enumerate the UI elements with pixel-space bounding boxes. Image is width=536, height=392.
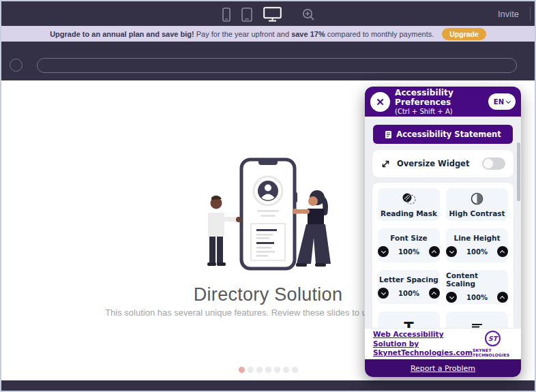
banner-text: Upgrade to an annual plan and save big! …	[50, 30, 434, 38]
font-size-decrease-button[interactable]	[378, 246, 389, 257]
content-scaling-value: 100%	[466, 294, 488, 301]
panel-scrollbar[interactable]	[517, 142, 520, 201]
pagination-dot[interactable]	[265, 367, 271, 373]
document-icon	[385, 130, 392, 139]
line-height-value: 100%	[466, 248, 488, 256]
pagination-dot[interactable]	[274, 367, 280, 373]
pagination-dot[interactable]	[256, 367, 263, 373]
content-scaling-increase-button[interactable]	[497, 292, 508, 303]
font-size-card: Font Size 100%	[378, 228, 440, 262]
chrome-circle	[10, 59, 23, 72]
line-height-increase-button[interactable]	[497, 246, 508, 257]
device-preview-switcher	[221, 4, 316, 25]
pagination-dot[interactable]	[239, 367, 245, 373]
accessibility-statement-button[interactable]: Accessibility Statement	[373, 125, 513, 144]
letter-spacing-card: Letter Spacing 100%	[378, 270, 440, 304]
directory-illustration	[195, 155, 340, 274]
content-scaling-decrease-button[interactable]	[446, 292, 457, 303]
app-window: Invite Upgrade to an annual plan and sav…	[0, 0, 536, 392]
pagination-dot[interactable]	[283, 367, 289, 373]
desktop-preview-icon[interactable]	[262, 5, 283, 23]
pagination-dot[interactable]	[248, 367, 254, 373]
language-value: EN	[494, 98, 504, 106]
upgrade-banner: Upgrade to an annual plan and save big! …	[1, 26, 535, 42]
high-contrast-card[interactable]: High Contrast	[446, 188, 508, 221]
skynet-link[interactable]: Web Accessibility Solution by SkynetTech…	[373, 330, 473, 358]
panel-shortcut: (Ctrl + Shift + A)	[395, 108, 483, 115]
preview-chrome	[1, 42, 535, 80]
panel-footer: Web Accessibility Solution by SkynetTech…	[365, 328, 521, 359]
close-icon[interactable]: ✕	[370, 92, 390, 112]
report-problem-button[interactable]: Report a Problem	[365, 359, 521, 377]
zoom-icon[interactable]	[301, 7, 316, 22]
content-scaling-card: Content Scaling 100%	[446, 270, 508, 304]
reading-mask-icon	[401, 192, 417, 205]
letter-spacing-decrease-button[interactable]	[378, 288, 389, 299]
language-selector[interactable]: EN	[488, 93, 516, 110]
tablet-preview-icon[interactable]	[240, 6, 254, 23]
oversize-widget-toggle[interactable]	[482, 157, 505, 170]
line-height-card: Line Height 100%	[446, 228, 508, 262]
panel-header: ✕ Accessibility Preferences (Ctrl + Shif…	[365, 87, 521, 117]
font-size-increase-button[interactable]	[429, 246, 440, 257]
letter-spacing-increase-button[interactable]	[429, 288, 440, 299]
chrome-address-bar	[37, 58, 517, 73]
st-logo-icon: ST	[485, 331, 501, 346]
reading-mask-card[interactable]: Reading Mask	[378, 188, 440, 221]
oversize-widget-label: Oversize Widget	[397, 159, 476, 168]
panel-title: Accessibility Preferences	[395, 88, 483, 107]
feature-grid-box: Reading Mask High Contrast Font Size	[372, 182, 514, 346]
letter-spacing-value: 100%	[398, 290, 419, 297]
top-toolbar: Invite	[1, 1, 535, 26]
mobile-preview-icon[interactable]	[221, 6, 232, 23]
font-size-value: 100%	[398, 248, 419, 256]
toolbar-divider	[530, 7, 531, 20]
pagination-dot[interactable]	[292, 367, 298, 373]
resize-arrows-icon	[381, 159, 391, 169]
skynet-logo: ST SKYNET TECHNOLOGIES	[473, 331, 513, 357]
panel-body: Accessibility Statement Oversize Widget	[365, 117, 521, 377]
high-contrast-icon	[471, 192, 483, 205]
chevron-down-icon	[506, 98, 511, 103]
invite-button[interactable]: Invite	[498, 9, 519, 19]
line-height-decrease-button[interactable]	[446, 246, 457, 257]
accessibility-panel: ✕ Accessibility Preferences (Ctrl + Shif…	[365, 87, 521, 377]
oversize-widget-row: Oversize Widget	[372, 149, 514, 178]
upgrade-button[interactable]: Upgrade	[442, 28, 486, 40]
